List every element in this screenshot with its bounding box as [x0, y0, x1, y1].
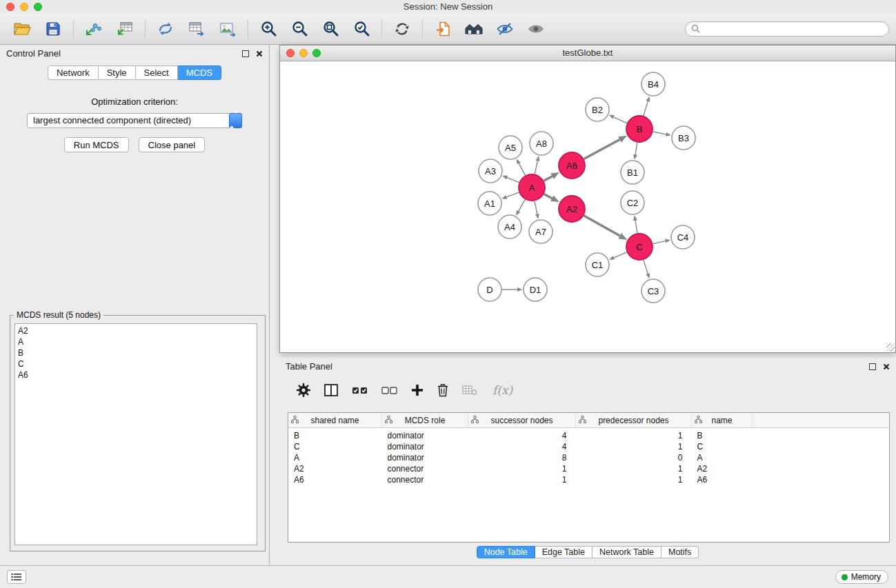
criterion-dropdown[interactable]: largest connected component (directed) [27, 113, 242, 128]
graph-edge-A-A1[interactable] [506, 192, 519, 197]
function-builder-button[interactable]: f(x) [492, 383, 512, 397]
minimize-window-button[interactable] [20, 3, 28, 11]
hide-columns-button[interactable] [461, 383, 478, 398]
select-all-button[interactable] [351, 383, 369, 398]
zoom-network-button[interactable] [312, 49, 321, 57]
table-cell[interactable]: 1 [576, 441, 692, 452]
graph-edge-A-A4[interactable] [519, 199, 525, 211]
table-cell[interactable]: A6 [288, 474, 382, 485]
close-panel-icon[interactable] [883, 363, 890, 370]
column-header-name[interactable]: name [692, 413, 753, 428]
run-mcds-button[interactable]: Run MCDS [64, 137, 129, 152]
table-cell[interactable]: 1 [576, 428, 692, 442]
column-header-predecessor-nodes[interactable]: predecessor nodes [576, 413, 692, 428]
graph-edge-A-A6[interactable] [544, 176, 552, 181]
close-panel-button[interactable]: Close panel [139, 137, 206, 152]
delete-column-button[interactable] [436, 383, 450, 398]
table-cell[interactable]: 0 [576, 452, 692, 463]
select-columns-button[interactable] [323, 383, 339, 398]
column-header-successor-nodes[interactable]: successor nodes [468, 413, 576, 428]
table-cell[interactable]: A [288, 452, 382, 463]
table-cell[interactable]: 1 [468, 474, 576, 485]
graph-edge-A6-B[interactable] [584, 139, 620, 159]
deselect-all-button[interactable] [381, 383, 399, 398]
table-cell[interactable]: 1 [576, 463, 692, 474]
graph-edge-A-A2[interactable] [544, 194, 552, 198]
export-image-button[interactable] [215, 17, 240, 41]
tab-edge-table[interactable]: Edge Table [535, 546, 593, 558]
close-network-button[interactable] [286, 49, 295, 57]
column-header-MCDS-role[interactable]: MCDS role [382, 413, 468, 428]
export-table-button[interactable] [184, 17, 209, 41]
table-cell[interactable]: C [692, 441, 753, 452]
save-session-button[interactable] [41, 17, 66, 41]
tab-network[interactable]: Network [48, 65, 99, 80]
table-cell[interactable]: B [692, 428, 753, 442]
close-window-button[interactable] [6, 3, 14, 11]
float-panel-icon[interactable] [869, 363, 876, 370]
table-row[interactable]: Adominator80A [288, 452, 889, 463]
float-panel-icon[interactable] [242, 50, 249, 57]
table-cell[interactable]: connector [382, 463, 468, 474]
graph-edge-C-C3[interactable] [644, 260, 648, 274]
graph-edge-B-B2[interactable] [614, 117, 627, 123]
graph-edge-A-A7[interactable] [535, 201, 537, 214]
close-panel-icon[interactable] [256, 50, 263, 57]
table-cell[interactable]: 8 [468, 452, 576, 463]
table-cell[interactable]: 4 [468, 428, 576, 442]
table-cell[interactable]: dominator [382, 441, 468, 452]
graph-edge-A2-C[interactable] [584, 216, 619, 236]
import-file-button[interactable] [430, 17, 455, 41]
table-row[interactable]: Bdominator41B [288, 428, 889, 442]
show-panels-button[interactable] [524, 17, 548, 41]
zoom-window-button[interactable] [34, 3, 42, 11]
table-cell[interactable]: dominator [382, 428, 468, 442]
result-item[interactable]: C [18, 358, 254, 369]
table-cell[interactable]: 1 [468, 463, 576, 474]
zoom-selected-button[interactable] [349, 17, 374, 41]
tab-network-table[interactable]: Network Table [593, 546, 661, 558]
table-cell[interactable]: A [692, 452, 753, 463]
table-cell[interactable]: dominator [382, 452, 468, 463]
graph-edge-C-C1[interactable] [614, 252, 627, 258]
tab-motifs[interactable]: Motifs [661, 546, 699, 558]
table-cell[interactable]: connector [382, 474, 468, 485]
table-cell[interactable]: B [288, 428, 382, 442]
import-network-button[interactable] [81, 17, 106, 41]
table-cell[interactable]: C [288, 441, 382, 452]
search-input[interactable] [704, 23, 883, 34]
panel-menu-button[interactable] [7, 570, 26, 584]
memory-button[interactable]: Memory [835, 570, 888, 584]
add-column-button[interactable] [410, 383, 424, 397]
zoom-in-button[interactable] [256, 17, 281, 41]
network-overview-button[interactable] [461, 17, 486, 41]
table-row[interactable]: A2connector11A2 [288, 463, 889, 474]
tab-node-table[interactable]: Node Table [477, 546, 535, 558]
result-item[interactable]: B [18, 347, 254, 358]
table-row[interactable]: A6connector11A6 [288, 474, 889, 485]
minimize-network-button[interactable] [299, 49, 308, 57]
table-cell[interactable]: A2 [288, 463, 382, 474]
graph-edge-C-C2[interactable] [635, 221, 637, 234]
graph-edge-A-A8[interactable] [535, 161, 537, 174]
table-cell[interactable]: A6 [692, 474, 753, 485]
column-header-shared-name[interactable]: shared name [288, 413, 382, 428]
result-item[interactable]: A [18, 336, 254, 347]
resize-grip[interactable] [886, 343, 895, 352]
graph-edge-B-B1[interactable] [635, 143, 637, 155]
graph-edge-A-A5[interactable] [519, 163, 525, 175]
table-cell[interactable]: A2 [692, 463, 753, 474]
refresh-layout-button[interactable] [390, 17, 415, 41]
table-cell[interactable]: 4 [468, 441, 576, 452]
zoom-out-button[interactable] [287, 17, 312, 41]
tab-select[interactable]: Select [136, 65, 178, 80]
result-item[interactable]: A2 [18, 325, 254, 336]
open-session-button[interactable] [10, 17, 34, 41]
graph-edge-B-B3[interactable] [653, 132, 666, 134]
export-network-button[interactable] [153, 17, 178, 41]
table-settings-button[interactable] [296, 383, 311, 398]
graph-edge-C-C4[interactable] [653, 241, 666, 244]
tab-mcds[interactable]: MCDS [178, 65, 221, 80]
network-canvas[interactable]: B4B2BB3A5A8A6B1A3AC2A1A2A4A7C4CC1C3DD1 [280, 61, 895, 352]
import-table-button[interactable] [112, 17, 137, 41]
